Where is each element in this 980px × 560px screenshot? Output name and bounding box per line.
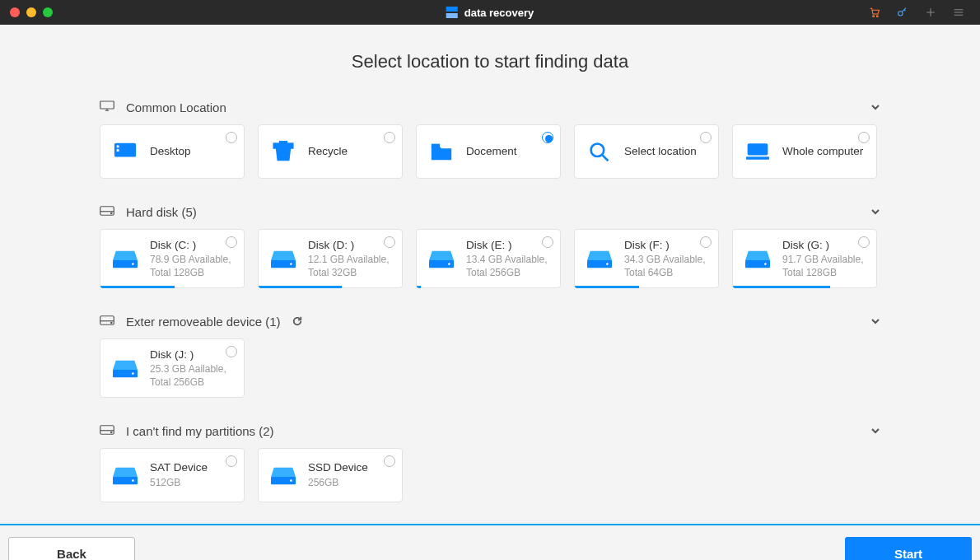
svg-point-28 <box>132 372 134 375</box>
svg-point-10 <box>591 143 604 156</box>
card-icon <box>112 141 138 162</box>
card-title: Disk (D: ) <box>308 238 394 253</box>
content: Common Location DesktopRecycleDocementSe… <box>100 96 880 502</box>
radio-indicator[interactable] <box>542 236 553 248</box>
card-subtitle: 256GB <box>308 477 394 490</box>
svg-point-2 <box>898 12 903 16</box>
card-icon <box>428 141 455 162</box>
svg-point-1 <box>876 16 878 17</box>
radio-indicator[interactable] <box>700 236 712 248</box>
back-button[interactable]: Back <box>8 537 135 560</box>
svg-point-34 <box>290 479 292 482</box>
card-title: Disk (G: ) <box>782 238 868 253</box>
usage-bar <box>259 286 342 288</box>
window-controls <box>0 7 53 17</box>
page-title: Select location to start finding data <box>0 25 980 96</box>
card-title: Recycle <box>308 144 394 159</box>
section-header-common[interactable]: Common Location <box>100 96 880 124</box>
monitor-icon <box>100 100 114 114</box>
section-label: I can't find my partitions (2) <box>126 424 274 438</box>
radio-indicator[interactable] <box>858 236 870 248</box>
external-card-diskj[interactable]: Disk (J: )25.3 GB Aailable, Total 256GB <box>100 338 245 398</box>
card-icon <box>744 141 771 162</box>
start-button[interactable]: Start <box>845 537 972 560</box>
card-text: Docement <box>466 144 552 159</box>
section-header-lost-partitions[interactable]: I can't find my partitions (2) <box>100 419 880 448</box>
radio-indicator[interactable] <box>542 132 553 143</box>
usage-bar <box>575 286 639 288</box>
disk-card-diskg[interactable]: Disk (G: )91.7 GB Available, Total 128GB <box>732 229 877 288</box>
card-text: Whole computer <box>782 144 868 159</box>
titlebar-actions <box>868 6 980 19</box>
usage-bar <box>417 286 421 288</box>
hard-disk-grid: Disk (C: )78.9 GB Available, Total 128GB… <box>100 229 880 288</box>
partition-card-sat-device[interactable]: SAT Device512GB <box>100 448 245 502</box>
drive-icon <box>100 424 114 438</box>
fullscreen-window-icon[interactable] <box>43 7 53 17</box>
chevron-down-icon <box>870 205 880 219</box>
section-header-external[interactable]: Exter removeable device (1) <box>100 310 880 338</box>
card-icon <box>586 248 613 269</box>
card-text: Disk (F: )34.3 GB Available, Total 64GB <box>624 238 710 280</box>
card-icon <box>112 248 138 269</box>
card-subtitle: 78.9 GB Available, Total 128GB <box>150 254 236 279</box>
refresh-icon[interactable] <box>292 315 302 329</box>
card-text: Disk (C: )78.9 GB Available, Total 128GB <box>150 238 236 280</box>
svg-point-30 <box>111 432 113 433</box>
section-header-hard-disk[interactable]: Hard disk (5) <box>100 200 880 229</box>
plus-icon[interactable] <box>924 6 937 19</box>
drive-icon <box>100 205 114 219</box>
cart-icon[interactable] <box>868 6 881 19</box>
card-text: Disk (E: )13.4 GB Available, Total 256GB <box>466 238 552 280</box>
disk-card-diskd[interactable]: Disk (D: )12.1 GB Available, Total 32GB <box>258 229 403 288</box>
disk-card-diskc[interactable]: Disk (C: )78.9 GB Available, Total 128GB <box>100 229 245 288</box>
card-subtitle: 12.1 GB Available, Total 32GB <box>308 254 394 279</box>
menu-icon[interactable] <box>952 6 965 19</box>
partition-card-ssd-device[interactable]: SSD Device256GB <box>258 448 403 502</box>
svg-rect-8 <box>280 142 286 144</box>
svg-rect-11 <box>748 143 768 155</box>
svg-point-0 <box>873 16 875 17</box>
card-title: Desktop <box>150 144 236 159</box>
card-title: Select location <box>624 144 710 159</box>
card-title: Docement <box>466 144 552 159</box>
radio-indicator[interactable] <box>226 132 237 143</box>
titlebar: data recovery <box>0 0 980 25</box>
disk-card-diske[interactable]: Disk (E: )13.4 GB Available, Total 256GB <box>416 229 561 288</box>
svg-rect-5 <box>117 146 119 148</box>
card-subtitle: 34.3 GB Available, Total 64GB <box>624 254 710 279</box>
svg-rect-12 <box>746 156 769 160</box>
common-card-recycle[interactable]: Recycle <box>258 124 403 179</box>
svg-point-22 <box>606 263 609 265</box>
common-card-desktop[interactable]: Desktop <box>100 124 245 179</box>
card-icon <box>270 248 296 269</box>
radio-indicator[interactable] <box>384 236 395 248</box>
section-label: Common Location <box>126 100 226 114</box>
common-card-whole-computer[interactable]: Whole computer <box>732 124 877 179</box>
radio-indicator[interactable] <box>384 455 395 467</box>
svg-rect-9 <box>432 144 440 148</box>
close-window-icon[interactable] <box>10 7 20 17</box>
radio-indicator[interactable] <box>226 455 237 467</box>
svg-point-14 <box>111 212 113 214</box>
svg-rect-6 <box>117 149 119 152</box>
app-logo-icon <box>446 7 458 18</box>
common-card-docement[interactable]: Docement <box>416 124 561 179</box>
radio-indicator[interactable] <box>226 236 237 248</box>
section-label: Exter removeable device (1) <box>126 315 281 329</box>
disk-card-diskf[interactable]: Disk (F: )34.3 GB Available, Total 64GB <box>574 229 719 288</box>
card-title: Whole computer <box>782 144 868 159</box>
card-icon <box>112 357 138 379</box>
card-text: Disk (G: )91.7 GB Available, Total 128GB <box>782 238 868 280</box>
key-icon[interactable] <box>896 6 909 19</box>
radio-indicator[interactable] <box>226 346 237 357</box>
common-card-select-location[interactable]: Select location <box>574 124 719 179</box>
svg-point-18 <box>290 263 292 265</box>
radio-indicator[interactable] <box>384 132 395 143</box>
chevron-down-icon <box>870 100 880 114</box>
svg-point-16 <box>132 263 134 265</box>
svg-point-20 <box>448 263 450 265</box>
radio-indicator[interactable] <box>700 132 712 143</box>
radio-indicator[interactable] <box>858 132 870 143</box>
minimize-window-icon[interactable] <box>26 7 36 17</box>
